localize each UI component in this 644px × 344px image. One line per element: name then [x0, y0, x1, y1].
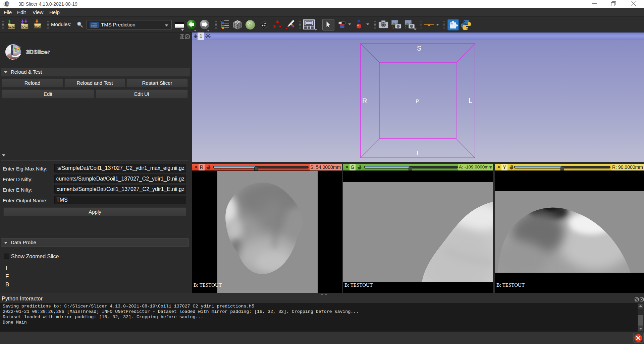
svg-text:SAVE: SAVE [34, 25, 41, 28]
svg-text:Template: Template [91, 26, 98, 28]
svg-text:P: P [416, 98, 419, 104]
svg-text:R: R [362, 97, 367, 105]
svg-text:DCM: DCM [22, 26, 28, 29]
svg-text:L: L [469, 97, 472, 104]
svg-text:I: I [417, 150, 418, 156]
svg-text:DATA: DATA [8, 26, 15, 29]
svg-text:S: S [417, 45, 421, 52]
